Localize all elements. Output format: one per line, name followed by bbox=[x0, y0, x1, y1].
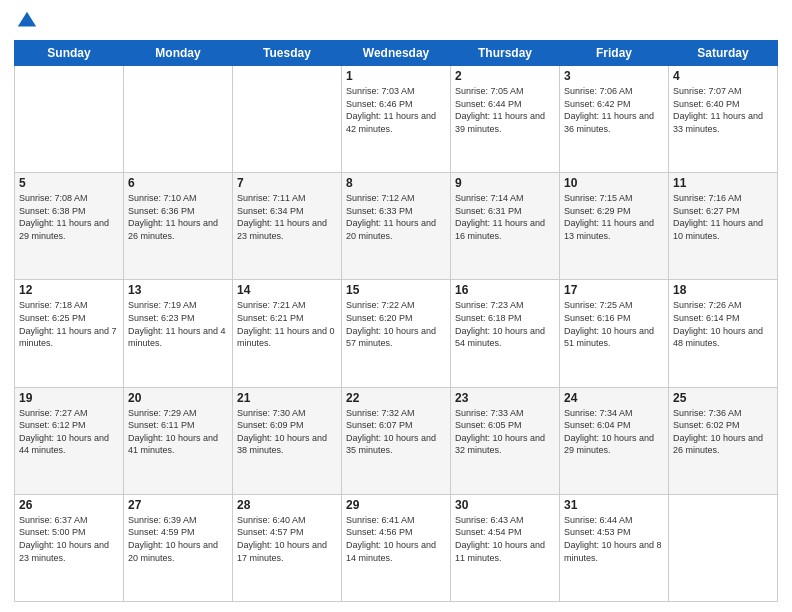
day-cell: 13Sunrise: 7:19 AM Sunset: 6:23 PM Dayli… bbox=[124, 280, 233, 387]
day-cell: 4Sunrise: 7:07 AM Sunset: 6:40 PM Daylig… bbox=[669, 66, 778, 173]
day-cell: 3Sunrise: 7:06 AM Sunset: 6:42 PM Daylig… bbox=[560, 66, 669, 173]
day-info: Sunrise: 7:10 AM Sunset: 6:36 PM Dayligh… bbox=[128, 192, 228, 242]
day-number: 6 bbox=[128, 176, 228, 190]
day-number: 30 bbox=[455, 498, 555, 512]
day-info: Sunrise: 7:22 AM Sunset: 6:20 PM Dayligh… bbox=[346, 299, 446, 349]
day-number: 18 bbox=[673, 283, 773, 297]
day-info: Sunrise: 7:16 AM Sunset: 6:27 PM Dayligh… bbox=[673, 192, 773, 242]
col-sunday: Sunday bbox=[15, 41, 124, 66]
day-cell: 15Sunrise: 7:22 AM Sunset: 6:20 PM Dayli… bbox=[342, 280, 451, 387]
day-number: 2 bbox=[455, 69, 555, 83]
week-row-3: 19Sunrise: 7:27 AM Sunset: 6:12 PM Dayli… bbox=[15, 387, 778, 494]
day-number: 21 bbox=[237, 391, 337, 405]
day-number: 15 bbox=[346, 283, 446, 297]
day-cell: 18Sunrise: 7:26 AM Sunset: 6:14 PM Dayli… bbox=[669, 280, 778, 387]
day-info: Sunrise: 7:36 AM Sunset: 6:02 PM Dayligh… bbox=[673, 407, 773, 457]
day-info: Sunrise: 7:06 AM Sunset: 6:42 PM Dayligh… bbox=[564, 85, 664, 135]
day-number: 10 bbox=[564, 176, 664, 190]
day-info: Sunrise: 6:40 AM Sunset: 4:57 PM Dayligh… bbox=[237, 514, 337, 564]
day-info: Sunrise: 6:43 AM Sunset: 4:54 PM Dayligh… bbox=[455, 514, 555, 564]
day-info: Sunrise: 7:03 AM Sunset: 6:46 PM Dayligh… bbox=[346, 85, 446, 135]
day-cell: 26Sunrise: 6:37 AM Sunset: 5:00 PM Dayli… bbox=[15, 494, 124, 601]
page: Sunday Monday Tuesday Wednesday Thursday… bbox=[0, 0, 792, 612]
day-info: Sunrise: 6:39 AM Sunset: 4:59 PM Dayligh… bbox=[128, 514, 228, 564]
day-info: Sunrise: 6:44 AM Sunset: 4:53 PM Dayligh… bbox=[564, 514, 664, 564]
day-number: 8 bbox=[346, 176, 446, 190]
day-info: Sunrise: 7:23 AM Sunset: 6:18 PM Dayligh… bbox=[455, 299, 555, 349]
day-info: Sunrise: 7:05 AM Sunset: 6:44 PM Dayligh… bbox=[455, 85, 555, 135]
day-cell: 28Sunrise: 6:40 AM Sunset: 4:57 PM Dayli… bbox=[233, 494, 342, 601]
col-monday: Monday bbox=[124, 41, 233, 66]
day-number: 7 bbox=[237, 176, 337, 190]
day-cell: 21Sunrise: 7:30 AM Sunset: 6:09 PM Dayli… bbox=[233, 387, 342, 494]
day-number: 13 bbox=[128, 283, 228, 297]
day-info: Sunrise: 7:27 AM Sunset: 6:12 PM Dayligh… bbox=[19, 407, 119, 457]
day-cell: 14Sunrise: 7:21 AM Sunset: 6:21 PM Dayli… bbox=[233, 280, 342, 387]
day-cell: 9Sunrise: 7:14 AM Sunset: 6:31 PM Daylig… bbox=[451, 173, 560, 280]
week-row-4: 26Sunrise: 6:37 AM Sunset: 5:00 PM Dayli… bbox=[15, 494, 778, 601]
logo-icon bbox=[16, 10, 38, 32]
day-info: Sunrise: 6:41 AM Sunset: 4:56 PM Dayligh… bbox=[346, 514, 446, 564]
day-info: Sunrise: 7:18 AM Sunset: 6:25 PM Dayligh… bbox=[19, 299, 119, 349]
day-cell: 6Sunrise: 7:10 AM Sunset: 6:36 PM Daylig… bbox=[124, 173, 233, 280]
day-number: 27 bbox=[128, 498, 228, 512]
day-info: Sunrise: 7:14 AM Sunset: 6:31 PM Dayligh… bbox=[455, 192, 555, 242]
day-number: 19 bbox=[19, 391, 119, 405]
day-cell: 16Sunrise: 7:23 AM Sunset: 6:18 PM Dayli… bbox=[451, 280, 560, 387]
day-info: Sunrise: 6:37 AM Sunset: 5:00 PM Dayligh… bbox=[19, 514, 119, 564]
day-number: 3 bbox=[564, 69, 664, 83]
day-info: Sunrise: 7:15 AM Sunset: 6:29 PM Dayligh… bbox=[564, 192, 664, 242]
day-cell: 20Sunrise: 7:29 AM Sunset: 6:11 PM Dayli… bbox=[124, 387, 233, 494]
day-info: Sunrise: 7:29 AM Sunset: 6:11 PM Dayligh… bbox=[128, 407, 228, 457]
day-info: Sunrise: 7:34 AM Sunset: 6:04 PM Dayligh… bbox=[564, 407, 664, 457]
calendar: Sunday Monday Tuesday Wednesday Thursday… bbox=[14, 40, 778, 602]
day-cell: 30Sunrise: 6:43 AM Sunset: 4:54 PM Dayli… bbox=[451, 494, 560, 601]
day-number: 4 bbox=[673, 69, 773, 83]
day-number: 14 bbox=[237, 283, 337, 297]
day-cell: 23Sunrise: 7:33 AM Sunset: 6:05 PM Dayli… bbox=[451, 387, 560, 494]
col-tuesday: Tuesday bbox=[233, 41, 342, 66]
day-cell: 7Sunrise: 7:11 AM Sunset: 6:34 PM Daylig… bbox=[233, 173, 342, 280]
col-friday: Friday bbox=[560, 41, 669, 66]
day-info: Sunrise: 7:07 AM Sunset: 6:40 PM Dayligh… bbox=[673, 85, 773, 135]
day-number: 1 bbox=[346, 69, 446, 83]
day-number: 5 bbox=[19, 176, 119, 190]
day-cell: 27Sunrise: 6:39 AM Sunset: 4:59 PM Dayli… bbox=[124, 494, 233, 601]
logo bbox=[14, 10, 38, 32]
svg-marker-0 bbox=[18, 12, 36, 27]
day-cell: 29Sunrise: 6:41 AM Sunset: 4:56 PM Dayli… bbox=[342, 494, 451, 601]
day-cell: 10Sunrise: 7:15 AM Sunset: 6:29 PM Dayli… bbox=[560, 173, 669, 280]
day-info: Sunrise: 7:30 AM Sunset: 6:09 PM Dayligh… bbox=[237, 407, 337, 457]
day-number: 24 bbox=[564, 391, 664, 405]
day-number: 25 bbox=[673, 391, 773, 405]
week-row-1: 5Sunrise: 7:08 AM Sunset: 6:38 PM Daylig… bbox=[15, 173, 778, 280]
day-number: 22 bbox=[346, 391, 446, 405]
day-info: Sunrise: 7:11 AM Sunset: 6:34 PM Dayligh… bbox=[237, 192, 337, 242]
header-row: Sunday Monday Tuesday Wednesday Thursday… bbox=[15, 41, 778, 66]
day-info: Sunrise: 7:33 AM Sunset: 6:05 PM Dayligh… bbox=[455, 407, 555, 457]
day-cell bbox=[233, 66, 342, 173]
day-cell: 8Sunrise: 7:12 AM Sunset: 6:33 PM Daylig… bbox=[342, 173, 451, 280]
day-cell: 22Sunrise: 7:32 AM Sunset: 6:07 PM Dayli… bbox=[342, 387, 451, 494]
day-cell: 24Sunrise: 7:34 AM Sunset: 6:04 PM Dayli… bbox=[560, 387, 669, 494]
day-cell bbox=[669, 494, 778, 601]
day-cell: 1Sunrise: 7:03 AM Sunset: 6:46 PM Daylig… bbox=[342, 66, 451, 173]
header bbox=[14, 10, 778, 32]
col-thursday: Thursday bbox=[451, 41, 560, 66]
day-cell: 11Sunrise: 7:16 AM Sunset: 6:27 PM Dayli… bbox=[669, 173, 778, 280]
day-info: Sunrise: 7:26 AM Sunset: 6:14 PM Dayligh… bbox=[673, 299, 773, 349]
day-cell bbox=[124, 66, 233, 173]
logo-text bbox=[14, 10, 38, 32]
col-saturday: Saturday bbox=[669, 41, 778, 66]
week-row-0: 1Sunrise: 7:03 AM Sunset: 6:46 PM Daylig… bbox=[15, 66, 778, 173]
day-info: Sunrise: 7:21 AM Sunset: 6:21 PM Dayligh… bbox=[237, 299, 337, 349]
day-number: 29 bbox=[346, 498, 446, 512]
day-number: 12 bbox=[19, 283, 119, 297]
day-number: 17 bbox=[564, 283, 664, 297]
day-cell: 17Sunrise: 7:25 AM Sunset: 6:16 PM Dayli… bbox=[560, 280, 669, 387]
day-number: 28 bbox=[237, 498, 337, 512]
day-cell: 19Sunrise: 7:27 AM Sunset: 6:12 PM Dayli… bbox=[15, 387, 124, 494]
day-number: 23 bbox=[455, 391, 555, 405]
day-cell: 5Sunrise: 7:08 AM Sunset: 6:38 PM Daylig… bbox=[15, 173, 124, 280]
day-cell: 12Sunrise: 7:18 AM Sunset: 6:25 PM Dayli… bbox=[15, 280, 124, 387]
